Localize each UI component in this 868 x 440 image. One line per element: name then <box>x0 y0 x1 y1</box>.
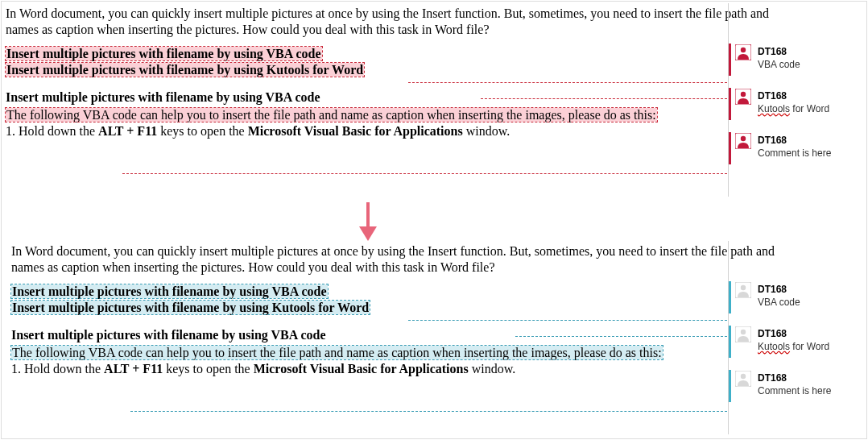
comment-bar <box>729 326 731 358</box>
comparison-container: In Word document, you can quickly insert… <box>1 1 867 439</box>
highlighted-link-1: Insert multiple pictures with filename b… <box>6 47 322 60</box>
document-before: In Word document, you can quickly insert… <box>6 6 803 139</box>
step-prefix: 1. Hold down the <box>6 124 98 138</box>
svg-point-5 <box>741 136 746 141</box>
avatar-icon <box>735 89 751 105</box>
highlighted-link-2: Insert multiple pictures with filename b… <box>11 301 370 314</box>
step-prefix: 1. Hold down the <box>11 362 104 376</box>
comment-text: DT168 VBA code <box>758 45 862 71</box>
comments-sidebar-before: DT168 VBA code DT168 Kutools for Word <box>728 3 865 197</box>
comment-text: DT168 VBA code <box>758 283 862 309</box>
connector-line-2 <box>515 336 727 337</box>
window-suffix: window. <box>469 362 516 376</box>
avatar-icon <box>735 371 751 387</box>
comment-author: DT168 <box>758 134 862 147</box>
arrow-icon <box>356 201 380 241</box>
comment-body: VBA code <box>758 296 862 309</box>
comment-text: DT168 Comment is here <box>758 134 862 160</box>
comment-body: Kutools for Word <box>758 102 862 115</box>
comment-bar <box>729 88 731 120</box>
link-1-row: Insert multiple pictures with filename b… <box>6 46 803 62</box>
comment-body: Comment is here <box>758 147 862 160</box>
window-suffix: window. <box>463 124 510 138</box>
comment-text: DT168 Kutools for Word <box>758 327 862 353</box>
comment-3[interactable]: DT168 Comment is here <box>732 132 862 161</box>
connector-line-1 <box>408 320 727 321</box>
svg-point-13 <box>741 374 746 379</box>
link-2-row: Insert multiple pictures with filename b… <box>11 300 808 316</box>
svg-point-11 <box>741 330 746 334</box>
comment-1[interactable]: DT168 VBA code <box>732 44 862 73</box>
svg-point-1 <box>741 48 746 52</box>
body-row: The following VBA code can help you to i… <box>11 345 808 361</box>
connector-line-2 <box>481 98 727 99</box>
key-combo: ALT + F11 <box>104 362 163 376</box>
connector-line-3 <box>122 173 727 174</box>
misspelled-word: Kutools <box>758 341 790 352</box>
comment-text: DT168 Kutools for Word <box>758 89 862 115</box>
keys-suffix: keys to open the <box>163 362 253 376</box>
avatar-icon <box>735 44 751 60</box>
comment-body: VBA code <box>758 58 862 71</box>
comment-body: Kutools for Word <box>758 340 862 353</box>
svg-point-9 <box>741 285 746 290</box>
avatar-icon <box>735 282 751 298</box>
section-heading: Insert multiple pictures with filename b… <box>6 89 803 106</box>
body-row: The following VBA code can help you to i… <box>6 107 803 123</box>
section-heading: Insert multiple pictures with filename b… <box>11 327 808 343</box>
comment-text: DT168 Comment is here <box>758 372 862 397</box>
comment-bar <box>729 44 731 76</box>
svg-point-3 <box>741 92 746 97</box>
highlighted-body: The following VBA code can help you to i… <box>6 108 657 122</box>
key-combo: ALT + F11 <box>98 124 157 138</box>
comment-author: DT168 <box>758 45 862 58</box>
comment-3[interactable]: DT168 Comment is here <box>732 370 862 399</box>
before-panel: In Word document, you can quickly insert… <box>2 2 866 199</box>
intro-paragraph: In Word document, you can quickly insert… <box>11 243 808 276</box>
comment-author: DT168 <box>758 372 862 384</box>
intro-paragraph: In Word document, you can quickly insert… <box>6 6 803 38</box>
comment-author: DT168 <box>758 89 862 102</box>
comment-bar <box>729 370 731 402</box>
comment-2[interactable]: DT168 Kutools for Word <box>732 326 862 355</box>
link-1-row: Insert multiple pictures with filename b… <box>11 284 808 300</box>
after-panel: In Word document, you can quickly insert… <box>2 239 866 437</box>
app-name: Microsoft Visual Basic for Applications <box>248 124 463 138</box>
highlighted-body: The following VBA code can help you to i… <box>11 346 663 359</box>
comment-bar <box>729 281 731 313</box>
avatar-icon <box>735 133 751 149</box>
comment-body: Comment is here <box>758 384 862 397</box>
step-1: 1. Hold down the ALT + F11 keys to open … <box>6 123 803 139</box>
avatar-icon <box>735 326 751 342</box>
comments-sidebar-after: DT168 VBA code DT168 Kutools for Word <box>728 241 865 434</box>
link-2-row: Insert multiple pictures with filename b… <box>6 62 803 78</box>
highlighted-link-1: Insert multiple pictures with filename b… <box>11 284 328 298</box>
connector-line-1 <box>408 82 727 83</box>
keys-suffix: keys to open the <box>157 124 247 138</box>
connector-line-3 <box>130 411 727 412</box>
step-1: 1. Hold down the ALT + F11 keys to open … <box>11 361 808 377</box>
app-name: Microsoft Visual Basic for Applications <box>254 362 469 376</box>
misspelled-word: Kutools <box>758 103 790 114</box>
comment-author: DT168 <box>758 283 862 296</box>
comment-author: DT168 <box>758 327 862 340</box>
document-after: In Word document, you can quickly insert… <box>11 243 808 377</box>
highlighted-link-2: Insert multiple pictures with filename b… <box>6 63 364 77</box>
comment-bar <box>729 132 731 164</box>
comment-1[interactable]: DT168 VBA code <box>732 281 862 310</box>
comment-2[interactable]: DT168 Kutools for Word <box>732 88 862 117</box>
